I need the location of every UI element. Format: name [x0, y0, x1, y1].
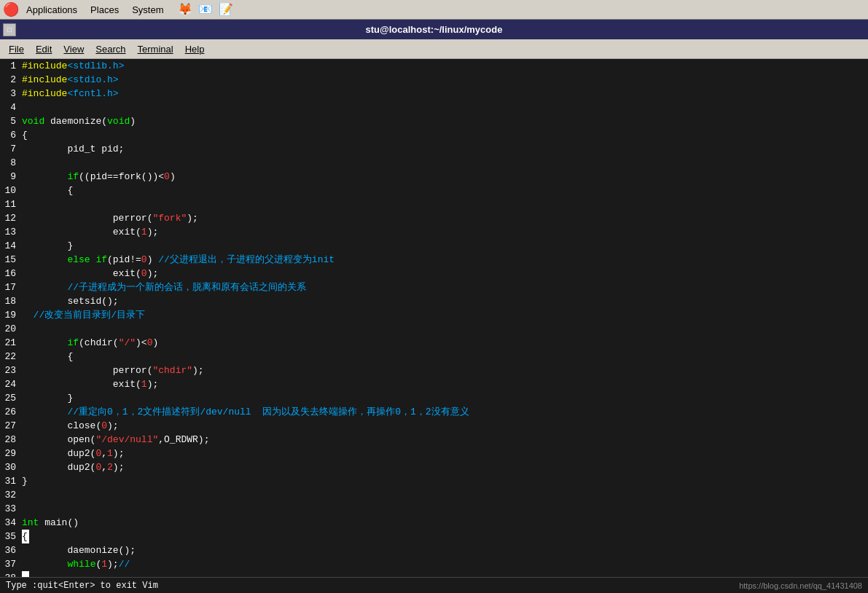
search-menu[interactable]: Search	[90, 42, 131, 57]
table-row: 8	[0, 156, 868, 170]
table-row: 20	[0, 322, 868, 336]
redhat-logo: 🔴	[3, 1, 19, 17]
table-row: 4	[0, 101, 868, 114]
table-row: 9 if((pid==fork())<0)	[0, 170, 868, 184]
table-row: 32	[0, 488, 868, 502]
table-row: 10 {	[0, 184, 868, 197]
table-row: 27 close(0);	[0, 419, 868, 433]
vim-status-text: Type :quit<Enter> to exit Vim	[6, 581, 158, 591]
table-row: 7 pid_t pid;	[0, 142, 868, 156]
table-row: 28 open("/dev/null",O_RDWR);	[0, 433, 868, 447]
watermark-text: https://blog.csdn.net/qq_41431408	[739, 581, 862, 590]
terminal-menu[interactable]: Terminal	[132, 42, 179, 57]
table-row: 34 int main()	[0, 516, 868, 530]
system-menu[interactable]: System	[126, 3, 169, 17]
table-row: 21 if(chdir("/")<0)	[0, 336, 868, 350]
table-row: 12 perror("fork");	[0, 211, 868, 225]
table-row: 15 else if(pid!=0) //父进程退出，子进程的父进程变为init	[0, 253, 868, 267]
table-row: 13 exit(1);	[0, 225, 868, 239]
status-bar: Type :quit<Enter> to exit Vim https://bl…	[0, 577, 868, 593]
table-row: 18 setsid();	[0, 294, 868, 308]
table-row: 38	[0, 571, 868, 577]
table-row: 36 daemonize();	[0, 543, 868, 557]
table-row: 6 {	[0, 128, 868, 142]
firefox-icon[interactable]: 🦊	[176, 1, 194, 18]
file-menu[interactable]: File	[3, 42, 30, 57]
taskbar-icons: 🦊 📧 📝	[176, 1, 235, 18]
applications-menu[interactable]: Applications	[20, 3, 83, 17]
help-menu[interactable]: Help	[179, 42, 211, 57]
window-title: stu@localhost:~/linux/mycode	[366, 24, 503, 35]
table-row: 5 void daemonize(void)	[0, 114, 868, 128]
code-editor[interactable]: 1 #include<stdlib.h> 2 #include<stdio.h>…	[0, 59, 868, 577]
table-row: 33	[0, 502, 868, 516]
close-button[interactable]: □	[3, 23, 16, 36]
applications-bar: 🔴 Applications Places System 🦊 📧 📝	[0, 0, 868, 20]
table-row: 19 //改变当前目录到/目录下	[0, 308, 868, 322]
table-row: 22 {	[0, 350, 868, 364]
places-menu[interactable]: Places	[85, 3, 125, 17]
table-row: 37 while(1);//	[0, 557, 868, 571]
table-row: 1 #include<stdlib.h>	[0, 59, 868, 73]
editor-icon[interactable]: 📝	[217, 1, 235, 18]
table-row: 25 }	[0, 391, 868, 405]
table-row: 16 exit(0);	[0, 267, 868, 280]
table-row: 26 //重定向0，1，2文件描述符到/dev/null 因为以及失去终端操作，…	[0, 405, 868, 419]
table-row: 17 //子进程成为一个新的会话，脱离和原有会话之间的关系	[0, 280, 868, 294]
email-icon[interactable]: 📧	[197, 1, 214, 18]
table-row: 14 }	[0, 239, 868, 253]
table-row: 29 dup2(0,1);	[0, 447, 868, 460]
table-row: 2 #include<stdio.h>	[0, 73, 868, 87]
table-row: 23 perror("chdir");	[0, 364, 868, 377]
table-row: 31 }	[0, 474, 868, 488]
table-row: 11	[0, 197, 868, 211]
edit-menu[interactable]: Edit	[30, 42, 58, 57]
title-bar: □ stu@localhost:~/linux/mycode	[0, 20, 868, 39]
table-row: 3 #include<fcntl.h>	[0, 87, 868, 101]
table-row: 35 {	[0, 530, 868, 543]
menu-bar: File Edit View Search Terminal Help	[0, 39, 868, 59]
table-row: 30 dup2(0,2);	[0, 460, 868, 474]
view-menu[interactable]: View	[58, 42, 90, 57]
table-row: 24 exit(1);	[0, 377, 868, 391]
